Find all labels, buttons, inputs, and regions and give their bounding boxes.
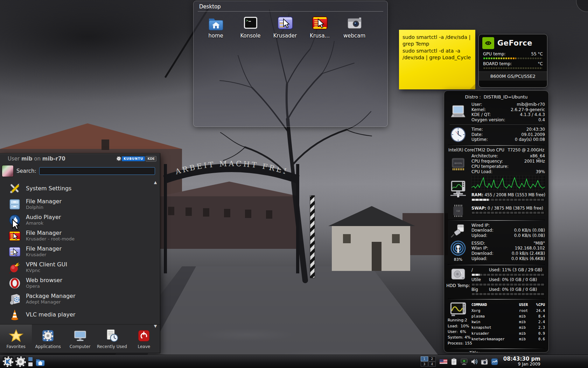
desktop-icon-webcam[interactable]: webcam [337, 14, 372, 39]
disk-big-bar [471, 293, 545, 295]
krusader-root-icon [312, 14, 328, 31]
home-folder-launcher[interactable] [35, 356, 46, 367]
network-tray-icon[interactable] [460, 358, 468, 366]
tab-computer[interactable]: Computer [64, 325, 96, 353]
svg-text:OXYCPU: OXYCPU [454, 162, 462, 164]
nvidia-logo-icon [482, 37, 494, 49]
folder-view-widget: Desktop home > Konsole Krusader [193, 1, 388, 127]
ethernet-plug-icon [450, 223, 466, 238]
folder-view-title: Desktop [194, 1, 387, 11]
media-player-widget: Title: Artist: Time:/ [448, 350, 545, 353]
gpu-temp-widget: GeForce GPU temp:55 °C BOARD temp:°C 860… [478, 34, 547, 88]
kubuntu-kde-badge: KUBUNTUKDE [117, 156, 156, 162]
clock-date: 9 Jan 2009 [518, 362, 540, 367]
swap-usage-bar [471, 211, 545, 214]
menu-item-kvpnc[interactable]: VPN Client GUIKVpnc [0, 259, 160, 275]
gpu-brand: GeForce [497, 39, 532, 47]
digital-clock[interactable]: 08:43:30 pm 9 Jan 2009 [503, 356, 540, 367]
favorites-list: ▲ ▼ System Settings File ManagerDolphin [0, 179, 160, 329]
menu-item-dolphin[interactable]: File ManagerDolphin [0, 196, 160, 212]
tab-favorites[interactable]: Favorites [0, 325, 32, 353]
system-settings-icon [8, 182, 21, 195]
recently-used-icon [105, 328, 119, 343]
menu-item-krusader-root[interactable]: File ManagerKrusader - root-mode [0, 228, 160, 244]
menu-item-system-settings[interactable]: System Settings [0, 180, 160, 196]
sticky-note-widget[interactable]: sudo smartctl -a /dev/sda | grep Temp su… [399, 30, 475, 89]
pager-desktop-1[interactable]: 1 [421, 356, 428, 361]
menu-item-amarok[interactable]: Audio PlayerAmarok [0, 212, 160, 228]
volume-tray-icon[interactable] [470, 358, 478, 366]
gpu-temp-value: 55 °C [531, 52, 543, 56]
svg-text:C&9: C&9 [456, 210, 460, 212]
k-menu-button[interactable] [3, 356, 13, 367]
krusader-icon [8, 245, 21, 258]
process-monitor-icon [449, 302, 467, 317]
kickoff-tab-bar: Favorites Applications Computer [0, 324, 160, 353]
dolphin-file-manager-icon [8, 198, 21, 211]
pager-desktop-2[interactable]: 2 [428, 356, 436, 361]
disk-root-bar [471, 273, 545, 276]
opera-icon [8, 277, 21, 289]
krusader-root-icon [8, 230, 21, 242]
kickoff-menu: User mib on mib-r70 KUBUNTUKDE Search: ▲… [0, 153, 160, 353]
tab-leave[interactable]: Leave [128, 325, 160, 353]
quick-launch-icon[interactable] [28, 362, 33, 367]
desktop-icon-krusader[interactable]: Krusader [268, 14, 302, 39]
user-avatar[interactable] [2, 165, 14, 177]
ram-chip-icon: C&9 [450, 204, 466, 218]
kvpnc-icon [8, 261, 21, 274]
keyboard-layout-flag-icon[interactable] [439, 359, 448, 364]
gpu-model: 8600M GS/PCI/SSE2 [479, 71, 547, 81]
leave-power-icon [136, 328, 151, 343]
system-monitor-widget: Distro : DISTRIB_ID=Ubuntu User:mib@mib-… [444, 90, 549, 353]
board-temp-bar [483, 67, 543, 69]
computer-icon [73, 328, 88, 343]
pager-desktop-4[interactable]: 4 [428, 362, 436, 367]
note-line: /dev/sda | grep Load_Cycle [402, 54, 472, 61]
search-input[interactable] [39, 167, 155, 175]
menu-item-opera[interactable]: Web browserOpera [0, 275, 160, 291]
scroll-up-button[interactable]: ▲ [152, 180, 159, 185]
desktop-icon-krusader-root[interactable]: Krusa... [302, 14, 337, 39]
adept-package-manager-icon [8, 293, 21, 305]
show-desktop-button[interactable] [28, 357, 33, 361]
cpu-history-monitor-icon [450, 180, 467, 198]
applications-icon [41, 328, 55, 343]
favorites-star-icon [9, 328, 23, 343]
home-folder-icon [208, 14, 224, 31]
desktop-icon-home[interactable]: home [198, 14, 233, 39]
plasma-tray-icon[interactable] [491, 358, 498, 366]
note-line: grep Temp [402, 41, 472, 47]
desktop-pager: 1 2 3 4 [421, 356, 436, 367]
clock-time: 08:43:30 pm [503, 356, 540, 362]
webcam-camera-icon [346, 14, 363, 31]
menu-item-vlc[interactable]: VLC media player [0, 307, 160, 322]
gpu-temp-bar [483, 57, 543, 60]
plasma-toolbox-cashew[interactable] [576, 0, 588, 12]
tab-recently-used[interactable]: Recently Used [96, 325, 128, 353]
tab-applications[interactable]: Applications [32, 325, 64, 353]
kde-gear-launcher[interactable] [15, 356, 26, 367]
hard-disk-icon [450, 267, 466, 281]
ksnapshot-tray-icon[interactable] [481, 358, 488, 366]
menu-item-adept[interactable]: Package ManagerAdept Manager [0, 291, 160, 307]
disk-utile-bar [471, 283, 545, 286]
menu-item-krusader[interactable]: File ManagerKrusader [0, 244, 160, 259]
pager-desktop-3[interactable]: 3 [421, 362, 428, 367]
klipper-tray-icon[interactable] [450, 358, 458, 366]
clock-icon [450, 127, 466, 143]
desktop-icon-konsole[interactable]: > Konsole [233, 14, 268, 39]
svg-text:>: > [246, 19, 248, 22]
laptop-icon [449, 104, 467, 120]
kickoff-user-banner: User mib on mib-r70 KUBUNTUKDE [0, 154, 160, 163]
svg-text:ARBEIT MACHT FREI: ARBEIT MACHT FREI [174, 159, 289, 176]
konsole-terminal-icon: > [242, 14, 259, 31]
amarok-icon [8, 214, 21, 226]
wifi-signal-icon [449, 240, 467, 257]
ram-usage-bar [471, 198, 545, 201]
taskbar-panel: 1 2 3 4 08 [0, 355, 588, 368]
krusader-icon [277, 14, 294, 31]
note-line: sudo smartctl -d ata -a [402, 48, 472, 54]
kde-gear-icon [117, 156, 121, 161]
board-temp-label: BOARD temp: [483, 61, 512, 66]
